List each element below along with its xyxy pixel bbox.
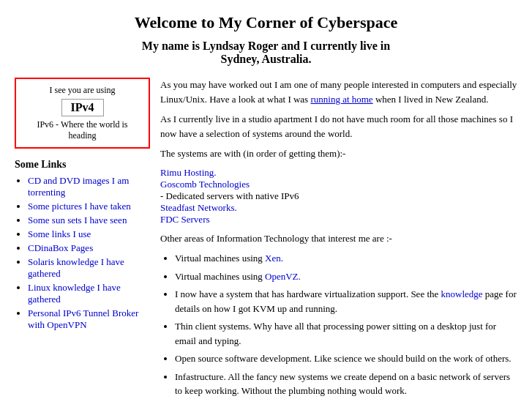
list-item: Personal IPv6 Tunnel Broker with OpenVPN: [28, 307, 150, 331]
page-subtitle: My name is Lyndsay Roger and I currently…: [15, 40, 517, 66]
page-title: Welcome to My Corner of Cyberspace: [15, 13, 517, 32]
systems-intro: The systems are with (in order of gettin…: [160, 146, 517, 161]
list-item: FDC Servers: [160, 214, 517, 225]
list-item: Linux knowledge I have gathered: [28, 282, 150, 305]
list-item: Infastructure. All the fancy new systems…: [175, 370, 517, 398]
interest-link[interactable]: Xen.: [265, 253, 283, 264]
some-links-section: Some Links CD and DVD images I am torren…: [15, 159, 150, 331]
sidebar-link[interactable]: CDinaBox Pages: [28, 242, 93, 253]
list-item: I now have a system that has hardware vi…: [175, 287, 517, 316]
apartment-paragraph: As I currently live in a studio apartmen…: [160, 112, 517, 141]
intro-paragraph: As you may have worked out I am one of m…: [160, 78, 517, 106]
sidebar-link[interactable]: Some links I use: [28, 228, 91, 239]
sidebar-link[interactable]: Some pictures I have taken: [28, 201, 131, 212]
interests-intro: Other areas of Information Technology th…: [160, 231, 517, 246]
sidebar-link[interactable]: Linux knowledge I have gathered: [28, 282, 121, 305]
ipv-value: IPv4: [61, 99, 104, 116]
system-link[interactable]: Steadfast Networks.: [160, 202, 517, 214]
list-item: CDinaBox Pages: [28, 242, 150, 254]
interests-list: Virtual machines using Xen.Virtual machi…: [160, 251, 517, 398]
right-column: As you may have worked out I am one of m…: [160, 78, 517, 399]
sidebar-link[interactable]: CD and DVD images I am torrenting: [28, 175, 129, 198]
list-item: Virtual machines using Xen.: [175, 251, 517, 266]
list-item: CD and DVD images I am torrenting: [28, 175, 150, 198]
list-item: Open source software development. Like s…: [175, 351, 517, 366]
ipv-label: I see you are using: [22, 85, 143, 96]
sidebar-link[interactable]: Personal IPv6 Tunnel Broker with OpenVPN: [28, 307, 138, 330]
system-link[interactable]: FDC Servers: [160, 214, 517, 225]
list-item: Goscomb Technologies - Dedicated servers…: [160, 179, 517, 202]
list-item: Thin client systems. Why have all that p…: [175, 319, 517, 348]
list-item: Virtual machines using OpenVZ.: [175, 269, 517, 284]
list-item: Some sun sets I have seen: [28, 215, 150, 226]
some-links-title: Some Links: [15, 159, 150, 171]
interest-link[interactable]: OpenVZ.: [265, 271, 301, 282]
system-link[interactable]: Goscomb Technologies: [160, 179, 517, 190]
ipv-note: IPv6 - Where the world is heading: [22, 119, 143, 141]
list-item: Rimu Hosting.: [160, 167, 517, 179]
list-item: Some links I use: [28, 228, 150, 240]
sidebar-link[interactable]: Some sun sets I have seen: [28, 215, 127, 225]
ipv-detection-box: I see you are using IPv4 IPv6 - Where th…: [15, 78, 150, 149]
sidebar-link[interactable]: Solaris knowledge I have gathered: [28, 256, 124, 279]
left-column: I see you are using IPv4 IPv6 - Where th…: [15, 78, 150, 399]
running-at-home-link[interactable]: running at home: [310, 94, 372, 105]
interest-link[interactable]: knowledge: [441, 288, 483, 299]
list-item: Some pictures I have taken: [28, 201, 150, 212]
links-list: CD and DVD images I am torrentingSome pi…: [15, 175, 150, 331]
list-item: Steadfast Networks.: [160, 202, 517, 214]
system-link[interactable]: Rimu Hosting.: [160, 167, 517, 179]
list-item: Solaris knowledge I have gathered: [28, 256, 150, 280]
systems-list: Rimu Hosting.Goscomb Technologies - Dedi…: [160, 167, 517, 225]
